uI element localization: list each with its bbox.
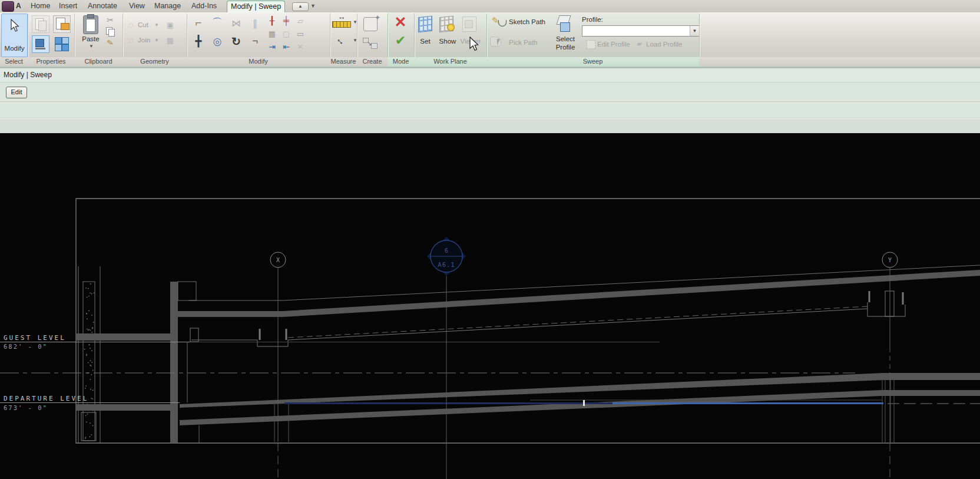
paste-clipboard-icon <box>83 15 98 34</box>
unpin-icon[interactable]: ▭ <box>295 28 306 39</box>
cut-caret-icon[interactable]: ▼ <box>154 22 159 28</box>
sweep-path-line[interactable] <box>284 400 883 406</box>
tab-view[interactable]: View <box>125 0 148 12</box>
array-icon[interactable]: ▦ <box>267 28 277 39</box>
panel-label-measure: Measure <box>330 57 357 67</box>
cut-geometry-icon[interactable]: ◌ <box>126 20 135 29</box>
create-similar-icon[interactable]: ↘ <box>363 38 378 48</box>
ribbon-collapse-button[interactable]: ▲ <box>292 2 309 11</box>
profile-label: Profile: <box>582 16 603 23</box>
upper-ramp-slab[interactable] <box>178 270 980 317</box>
tab-add-ins[interactable]: Add-Ins <box>188 0 220 12</box>
show-workplane-label[interactable]: Show <box>436 38 459 45</box>
wall-joins-icon[interactable]: ▣ <box>165 19 176 30</box>
scale-icon[interactable]: ▢ <box>281 28 292 39</box>
edit-profile-label: Edit Profile <box>597 41 630 48</box>
set-workplane-label[interactable]: Set <box>413 38 437 45</box>
viewer-icon[interactable] <box>462 15 477 32</box>
section-view[interactable]: GUEST LEVEL 682' - 0" DEPARTURE LEVEL 67… <box>0 133 980 479</box>
panel-label-create: Create <box>357 57 388 67</box>
join-geometry-icon[interactable]: ◌ <box>126 35 135 45</box>
section-sheet-number: A6.1 <box>438 261 455 268</box>
properties-grid-icon[interactable] <box>53 35 69 52</box>
show-workplane-icon[interactable] <box>439 15 455 32</box>
tab-bar: A Home Insert Annotate View Manage Add-I… <box>0 0 980 12</box>
panel-label-mode: Mode <box>388 57 414 67</box>
modify-button[interactable]: Modify <box>1 14 28 57</box>
options-bar <box>0 82 980 101</box>
departure-ramp-slab-lower[interactable] <box>180 390 980 425</box>
copy-icon[interactable] <box>106 27 115 35</box>
join-geometry-label[interactable]: Join <box>138 37 150 44</box>
paste-button[interactable]: Paste ▼ <box>78 14 104 53</box>
delete-icon[interactable]: ✕ <box>295 41 306 52</box>
application-menu-button[interactable] <box>2 1 14 12</box>
mirror-pick-icon[interactable]: ∥ <box>248 16 262 30</box>
tab-home[interactable]: Home <box>27 0 54 12</box>
measure-ruler-icon[interactable]: ↔ <box>332 15 351 28</box>
move-icon[interactable]: ╋ <box>191 34 206 48</box>
set-workplane-icon[interactable] <box>418 15 432 32</box>
trim-extend-icon[interactable]: ⇥ <box>267 41 277 52</box>
grid-x-label: X <box>276 257 280 263</box>
app-letter: A <box>16 2 21 10</box>
cope-icon[interactable]: ⌒ <box>210 16 224 30</box>
cut-scissors-icon[interactable]: ✂ <box>105 15 115 25</box>
edit-button[interactable]: Edit <box>6 87 27 98</box>
tab-insert[interactable]: Insert <box>55 0 81 12</box>
viewer-label: Viewer <box>458 38 483 45</box>
edit-profile-icon <box>587 40 595 49</box>
departure-slab-left[interactable] <box>76 404 171 411</box>
path-midpoint-handle[interactable] <box>583 400 585 406</box>
select-profile-button[interactable]: Select Profile <box>551 14 580 54</box>
rotate-icon[interactable]: ↻ <box>229 34 243 48</box>
pick-path-icon[interactable] <box>490 35 506 48</box>
context-title-bar: Modify | Sweep <box>0 68 980 82</box>
left-wall[interactable] <box>78 266 100 443</box>
split-element-icon[interactable]: ⇤ <box>281 41 292 52</box>
cancel-sweep-icon[interactable]: ✕ <box>393 14 408 29</box>
panel-label-properties: Properties <box>28 57 74 67</box>
pick-path-label: Pick Path <box>509 39 538 46</box>
grid-y[interactable]: Y <box>882 252 898 479</box>
mirror-axis-icon[interactable]: ⋈ <box>229 16 243 30</box>
pin-icon[interactable]: ▱ <box>295 15 306 26</box>
align-dim-icon[interactable]: ╂ <box>267 15 277 26</box>
context-title: Modify | Sweep <box>4 71 52 79</box>
cut-geometry-label[interactable]: Cut <box>138 21 148 28</box>
properties-palette-icon[interactable] <box>32 15 49 33</box>
modify-button-label: Modify <box>2 45 27 52</box>
right-gutter-assembly[interactable] <box>868 291 905 316</box>
parapet-wall[interactable] <box>170 282 178 442</box>
select-profile-label2: Profile <box>551 44 580 51</box>
profile-combobox-caret-icon[interactable]: ▼ <box>690 26 699 36</box>
tab-annotate[interactable]: Annotate <box>84 0 121 12</box>
finish-sweep-icon[interactable]: ✔ <box>393 33 408 48</box>
sketch-path-label[interactable]: Sketch Path <box>509 18 545 25</box>
sketch-path-icon[interactable]: ✎ <box>490 16 506 28</box>
create-group-icon[interactable]: ✦ <box>362 15 382 35</box>
panel-label-geometry: Geometry <box>122 57 187 67</box>
guest-floor-slab-left[interactable] <box>76 333 170 341</box>
y-column-lines <box>882 380 894 443</box>
parapet-cap[interactable] <box>178 282 196 300</box>
grid-x[interactable]: X <box>270 252 286 479</box>
type-properties-icon[interactable] <box>32 35 49 53</box>
unjoin-icon[interactable]: ▩ <box>165 35 176 45</box>
copy-element-icon[interactable]: ◎ <box>210 34 224 48</box>
split-dim-icon[interactable]: ╪ <box>281 15 292 26</box>
paste-label: Paste <box>78 35 104 42</box>
drawing-area[interactable]: GUEST LEVEL 682' - 0" DEPARTURE LEVEL 67… <box>0 133 980 479</box>
profile-combobox[interactable]: ▼ <box>582 25 700 37</box>
family-types-icon[interactable] <box>53 15 71 33</box>
tab-modify-sweep[interactable]: Modify | Sweep <box>227 1 285 12</box>
join-caret-icon[interactable]: ▼ <box>154 38 159 43</box>
ribbon-collapse-caret-icon[interactable]: ▼ <box>310 3 316 9</box>
guest-level-elevation: 682' - 0" <box>4 343 48 350</box>
left-structure-details <box>187 328 289 443</box>
wall-corner-icon[interactable]: ⌐ <box>191 16 206 30</box>
tab-manage[interactable]: Manage <box>151 0 184 12</box>
modify-cursor-icon <box>10 19 19 33</box>
match-type-brush-icon[interactable]: ✎ <box>104 37 117 48</box>
offset-icon[interactable]: ⌐ <box>248 34 262 48</box>
